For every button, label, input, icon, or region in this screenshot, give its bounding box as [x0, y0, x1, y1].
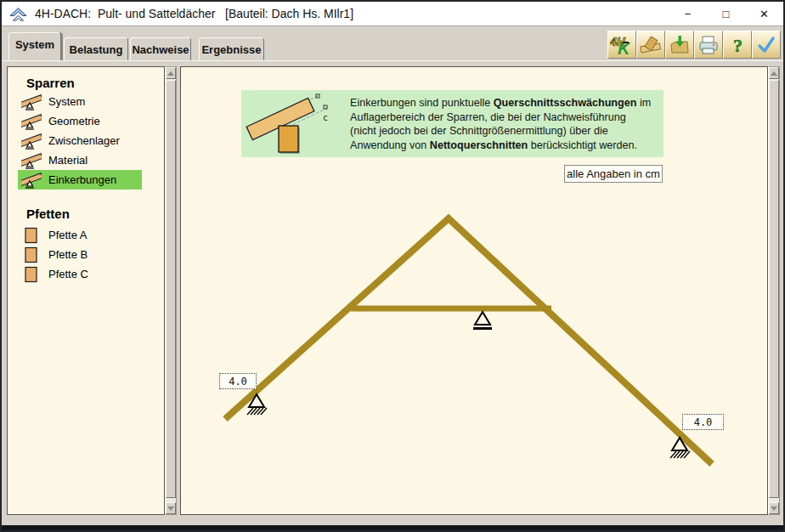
sidebar-item-label: Geometrie	[48, 115, 100, 127]
dimension-label-left[interactable]: 4.0	[219, 373, 257, 389]
confirm-button[interactable]	[752, 31, 781, 59]
sidebar-item-label: Einkerbungen	[48, 173, 116, 186]
svg-text:?: ?	[733, 35, 743, 56]
close-button[interactable]: ✕	[745, 2, 783, 25]
sparren-list: System Geometrie Zwischenlager Material	[8, 92, 142, 190]
rafter-support-icon	[21, 93, 42, 110]
help-icon: ?	[726, 34, 748, 56]
sidebar-item-label: Material	[48, 154, 88, 167]
maximize-button[interactable]: □	[707, 2, 745, 25]
minimize-button[interactable]: −	[669, 2, 707, 25]
rafter-support-icon	[21, 172, 42, 189]
sidebar-item-label: System	[48, 95, 85, 108]
title-bar: 4H-DACH: Pult- und Satteldächer [Bauteil…	[2, 2, 783, 26]
check-icon	[755, 35, 777, 55]
rafter-support-icon	[21, 133, 42, 150]
app-roof-icon	[9, 6, 27, 22]
bottom-strip	[2, 525, 783, 530]
purlin-icon	[21, 246, 42, 263]
sidebar-item-label: Pfette A	[48, 229, 88, 241]
scroll-up-button[interactable]	[769, 67, 779, 79]
sidebar-item-pfette-a[interactable]: Pfette A	[18, 225, 142, 245]
arrow-down-icon	[167, 507, 174, 511]
window-title: 4H-DACH: Pult- und Satteldächer [Bauteil…	[35, 7, 353, 20]
tab-ergebnisse[interactable]: Ergebnisse	[199, 37, 264, 60]
scroll-up-button[interactable]	[166, 67, 176, 79]
scrollbar-thumb[interactable]	[769, 80, 779, 498]
tab-strip: System Belastung Nachweise Ergebnisse K …	[2, 26, 783, 60]
toolbar: K 4H	[607, 31, 781, 59]
canvas-scrollbar[interactable]	[768, 66, 780, 515]
sidebar-scrollbar[interactable]	[165, 66, 177, 515]
sidebar-item-label: Pfette B	[48, 248, 88, 261]
rafter-support-icon	[21, 113, 42, 130]
panel-top-bevel	[2, 60, 783, 61]
arrow-down-icon	[771, 507, 777, 511]
main-canvas: c Einkerbungen sind punktuelle Querschni…	[180, 66, 768, 515]
open-folder-icon	[669, 35, 691, 55]
dimension-label-right[interactable]: 4.0	[682, 414, 724, 430]
sidebar-item-label: Zwischenlager	[48, 134, 120, 147]
wood-beams-icon	[640, 35, 662, 55]
tab-nachweise[interactable]: Nachweise	[130, 37, 191, 60]
rafter-support-icon	[21, 152, 42, 169]
scroll-down-button[interactable]	[769, 502, 779, 514]
sidebar-item-pfette-c[interactable]: Pfette C	[18, 264, 142, 284]
sidebar-item-label: Pfette C	[48, 268, 88, 280]
sidebar-heading-pfetten: Pfetten	[26, 207, 70, 221]
sidebar-heading-sparren: Sparren	[26, 76, 75, 90]
sidebar-item-geometrie[interactable]: Geometrie	[18, 111, 142, 131]
purlin-icon	[21, 227, 42, 244]
support-roller-middle	[473, 312, 492, 330]
rafters-line	[225, 218, 712, 464]
logo-4h-icon: K 4H	[610, 34, 634, 56]
sidebar-item-material[interactable]: Material	[18, 150, 142, 170]
scrollbar-thumb[interactable]	[166, 80, 176, 498]
pfetten-list: Pfette A Pfette B Pfette C	[8, 225, 142, 284]
app-window: 4H-DACH: Pult- und Satteldächer [Bauteil…	[0, 0, 785, 532]
sidebar-item-pfette-b[interactable]: Pfette B	[18, 245, 142, 264]
truss-drawing	[181, 67, 768, 515]
tab-belastung[interactable]: Belastung	[64, 37, 128, 60]
import-button[interactable]	[665, 31, 694, 59]
print-button[interactable]	[694, 31, 723, 59]
sidebar-item-zwischenlager[interactable]: Zwischenlager	[18, 131, 142, 150]
purlin-icon	[21, 266, 42, 283]
sidebar-item-einkerbungen[interactable]: Einkerbungen	[18, 170, 142, 190]
sidebar-item-system[interactable]: System	[18, 92, 142, 111]
scroll-down-button[interactable]	[166, 502, 176, 514]
logo-4h-button[interactable]: K 4H	[607, 31, 636, 59]
printer-icon	[697, 35, 720, 55]
sidebar: Sparren System Geometrie Zwischenlager	[7, 66, 165, 515]
help-button[interactable]: ?	[723, 31, 752, 59]
arrow-up-icon	[771, 71, 777, 76]
tab-system[interactable]: System	[8, 32, 61, 60]
wood-beams-button[interactable]	[636, 31, 665, 59]
arrow-up-icon	[167, 71, 174, 76]
